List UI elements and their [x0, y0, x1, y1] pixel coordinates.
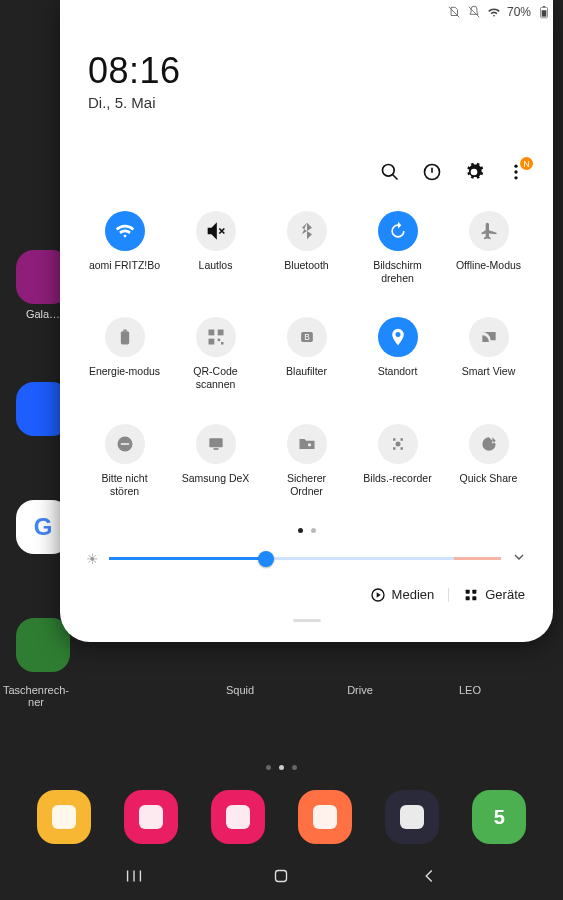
media-label: Medien — [392, 587, 435, 602]
recent-apps-button[interactable] — [123, 865, 145, 891]
brightness-expand-button[interactable] — [511, 549, 527, 569]
devices-label: Geräte — [485, 587, 525, 602]
back-button[interactable] — [418, 865, 440, 891]
pager-dot — [298, 528, 303, 533]
dock-app-browser[interactable] — [385, 790, 439, 844]
tile-dnd[interactable]: Bitte nicht stören — [82, 424, 167, 498]
svg-rect-2 — [543, 6, 545, 7]
bg-app-label: Gala… — [26, 308, 60, 320]
settings-button[interactable] — [463, 161, 485, 183]
no-sim-icon — [447, 5, 461, 19]
tile-label: Bitte nicht stören — [89, 472, 161, 498]
tiles-pager[interactable] — [82, 528, 531, 533]
airplane-icon — [469, 211, 509, 251]
tile-label: Energie-modus — [89, 365, 160, 378]
tile-label: Bluetooth — [284, 259, 328, 272]
gear-icon — [464, 162, 484, 182]
tile-label: Offline-Modus — [456, 259, 521, 272]
tile-label: Bildschirm drehen — [362, 259, 434, 285]
svg-rect-13 — [276, 871, 287, 882]
share-icon — [469, 424, 509, 464]
svg-point-3 — [383, 165, 395, 177]
mute-icon — [196, 211, 236, 251]
tile-secure[interactable]: Sicherer Ordner — [264, 424, 349, 498]
svg-rect-9 — [466, 589, 470, 593]
dock-app-notes[interactable] — [298, 790, 352, 844]
tile-energy[interactable]: Energie-modus — [82, 317, 167, 391]
svg-point-6 — [514, 170, 517, 173]
dock-app-camera[interactable] — [211, 790, 265, 844]
clock-date[interactable]: Di., 5. Mai — [88, 94, 531, 111]
chevron-down-icon — [511, 549, 527, 565]
tile-label: QR-Code scannen — [180, 365, 252, 391]
rotate-icon — [378, 211, 418, 251]
folder-icon — [287, 424, 327, 464]
tile-wifi[interactable]: aomi FRITZ!Bo — [82, 211, 167, 285]
svg-point-7 — [514, 176, 517, 179]
svg-rect-11 — [466, 596, 470, 600]
brightness-slider[interactable] — [109, 557, 501, 560]
notification-badge: N — [520, 157, 533, 170]
dex-icon — [196, 424, 236, 464]
media-button[interactable]: Medien — [370, 587, 435, 603]
eye-icon — [287, 317, 327, 357]
tile-label: Bilds.-recorder — [363, 472, 431, 485]
bluetooth-icon — [287, 211, 327, 251]
navigation-bar — [0, 856, 563, 900]
dnd-icon — [105, 424, 145, 464]
svg-point-5 — [514, 165, 517, 168]
battery-icon — [537, 5, 551, 19]
clock-time[interactable]: 08:16 — [88, 50, 531, 92]
tile-screenrec[interactable]: Bilds.-recorder — [355, 424, 440, 498]
devices-button[interactable]: Geräte — [463, 587, 525, 603]
pager-dot — [311, 528, 316, 533]
quick-tiles-grid: aomi FRITZ!BoLautlosBluetoothBildschirm … — [82, 211, 531, 498]
tile-smartview[interactable]: Smart View — [446, 317, 531, 391]
tile-quickshare[interactable]: Quick Share — [446, 424, 531, 498]
tile-label: Blaufilter — [286, 365, 327, 378]
tile-airplane[interactable]: Offline-Modus — [446, 211, 531, 285]
home-page-indicator — [0, 765, 563, 770]
dock: 5 — [0, 790, 563, 844]
tile-label: Quick Share — [460, 472, 518, 485]
dock-app-calendar[interactable]: 5 — [472, 790, 526, 844]
power-button[interactable] — [421, 161, 443, 183]
tile-dex[interactable]: Samsung DeX — [173, 424, 258, 498]
search-icon — [380, 162, 400, 182]
dock-app-gallery[interactable] — [124, 790, 178, 844]
tile-rotate[interactable]: Bildschirm drehen — [355, 211, 440, 285]
tile-label: Smart View — [462, 365, 516, 378]
tile-label: Samsung DeX — [182, 472, 250, 485]
panel-drag-handle[interactable] — [293, 619, 321, 622]
status-bar: 70% — [0, 0, 563, 24]
home-button[interactable] — [270, 865, 292, 891]
power-icon — [422, 162, 442, 182]
search-button[interactable] — [379, 161, 401, 183]
tile-label: Sicherer Ordner — [271, 472, 343, 498]
dock-app-files[interactable] — [37, 790, 91, 844]
tile-label: aomi FRITZ!Bo — [89, 259, 160, 272]
tile-qr[interactable]: QR-Code scannen — [173, 317, 258, 391]
tile-label: Standort — [378, 365, 418, 378]
tile-label: Lautlos — [199, 259, 233, 272]
grid-icon — [463, 587, 479, 603]
tile-bluefilter[interactable]: Blaufilter — [264, 317, 349, 391]
brightness-thumb[interactable] — [258, 551, 274, 567]
svg-rect-1 — [542, 10, 547, 16]
wifi-status-icon — [487, 5, 501, 19]
wifi-icon — [105, 211, 145, 251]
cast-icon — [469, 317, 509, 357]
svg-rect-10 — [473, 589, 477, 593]
battery-percent: 70% — [507, 5, 531, 19]
quick-settings-panel: 08:16 Di., 5. Mai N aomi FRITZ!BoLautlos… — [60, 0, 553, 642]
tile-mute[interactable]: Lautlos — [173, 211, 258, 285]
rec-icon — [378, 424, 418, 464]
tile-bluetooth[interactable]: Bluetooth — [264, 211, 349, 285]
qr-icon — [196, 317, 236, 357]
battery-icon — [105, 317, 145, 357]
tile-location[interactable]: Standort — [355, 317, 440, 391]
more-options-button[interactable]: N — [505, 161, 527, 183]
pin-icon — [378, 317, 418, 357]
mute-status-icon — [467, 5, 481, 19]
brightness-icon: ☀ — [86, 551, 99, 567]
